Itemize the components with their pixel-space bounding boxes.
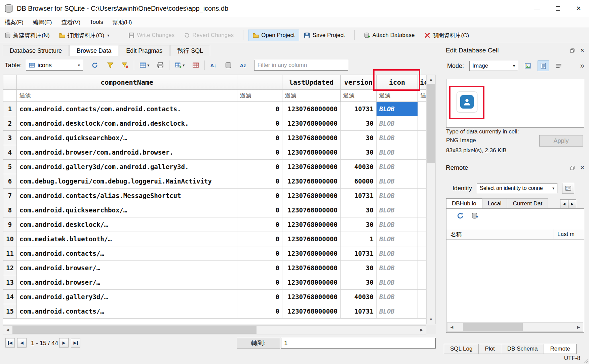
scroll-right-icon[interactable]: ▶ [574, 323, 583, 331]
cell-componentName[interactable]: com.android.contacts/com.android.contact… [17, 102, 237, 116]
previous-page-button[interactable]: ◀ [17, 338, 27, 348]
scroll-left-icon[interactable]: ◀ [447, 323, 456, 331]
row-number[interactable]: 15 [3, 304, 17, 319]
attach-database-button[interactable]: Attach Database [359, 30, 420, 41]
cell-version[interactable]: 30 [341, 116, 377, 131]
tab-remote[interactable]: Remote [544, 344, 577, 354]
cell-icon[interactable]: BLOB [377, 290, 418, 304]
horizontal-scrollbar-thumb[interactable] [12, 326, 257, 334]
cell-lastUpdated[interactable]: 1230768000000 [282, 217, 341, 232]
corner-header[interactable] [3, 75, 17, 90]
row-number[interactable]: 11 [3, 246, 17, 261]
resize-grip[interactable] [584, 359, 588, 363]
clear-conditional-formats-button[interactable] [119, 59, 131, 71]
row-number[interactable]: 6 [3, 174, 17, 189]
cell-componentName[interactable]: com.android.gallery3d/… [17, 290, 237, 304]
sort-order-button[interactable]: A↓ [208, 59, 219, 71]
open-project-button[interactable]: Open Project [248, 30, 299, 41]
import-data-button[interactable] [522, 60, 534, 71]
tab-browse-data[interactable]: Browse Data [70, 45, 118, 56]
close-button[interactable]: ✕ [568, 0, 589, 17]
cell-lastUpdated[interactable]: 1230768000000 [282, 102, 341, 116]
upload-database-button[interactable] [471, 212, 479, 219]
cell-icon[interactable]: BLOB [377, 116, 418, 131]
table-select[interactable]: icons ▾ [26, 60, 83, 71]
remote-column-name[interactable]: 名稱 [446, 229, 553, 239]
column-header-overflow[interactable]: ic [418, 75, 427, 90]
font-case-button[interactable]: Az [237, 59, 249, 71]
remote-horizontal-scrollbar[interactable]: ◀ ▶ [447, 322, 583, 332]
row-number[interactable]: 13 [3, 275, 17, 290]
insert-record-button[interactable]: ▾ [172, 59, 187, 71]
menu-edit[interactable]: 編輯(E) [28, 17, 57, 28]
cell-lastUpdated[interactable]: 1230768000000 [282, 145, 341, 160]
cell-profileId[interactable]: 0 [237, 246, 282, 261]
cell-componentName[interactable]: com.android.browser/… [17, 261, 237, 275]
first-page-button[interactable]: ◀ [5, 338, 15, 348]
database-encoding-button[interactable] [223, 59, 234, 71]
horizontal-scrollbar[interactable]: ◀ ▶ [3, 325, 426, 334]
cell-componentName[interactable]: com.android.browser/com.android.browser. [17, 145, 237, 160]
cell-overflow[interactable] [418, 290, 427, 304]
tab-execute-sql[interactable]: 執行 SQL [170, 45, 210, 56]
apply-button[interactable]: Apply [539, 135, 583, 147]
filter-input[interactable] [254, 60, 348, 71]
row-number[interactable]: 5 [3, 160, 17, 174]
goto-record-input[interactable] [281, 338, 436, 349]
cell-profileId[interactable]: 0 [237, 232, 282, 246]
close-panel-button[interactable]: ✕ [578, 47, 586, 54]
cell-overflow[interactable] [418, 116, 427, 131]
cell-icon[interactable]: BLOB [377, 189, 418, 203]
clear-filters-button[interactable] [105, 59, 116, 71]
filter-overflow[interactable]: 過濾 [418, 90, 427, 102]
tab-scroll-right-button[interactable]: ▶ [568, 199, 576, 208]
cell-icon[interactable]: BLOB [377, 145, 418, 160]
cell-componentName[interactable]: com.android.contacts/… [17, 246, 237, 261]
cell-profileId[interactable]: 0 [237, 304, 282, 319]
menu-tools[interactable]: Tools [85, 17, 108, 28]
row-number[interactable]: 10 [3, 232, 17, 246]
word-wrap-button[interactable] [553, 60, 564, 71]
open-database-button[interactable]: 打開資料庫(O) ▾ [54, 29, 114, 42]
row-number[interactable]: 2 [3, 116, 17, 131]
cell-version[interactable]: 30 [341, 261, 377, 275]
tab-dbhub[interactable]: DBHub.io [446, 198, 482, 209]
row-number[interactable]: 1 [3, 102, 17, 116]
cell-profileId[interactable]: 0 [237, 131, 282, 145]
cell-lastUpdated[interactable]: 1230768000000 [282, 290, 341, 304]
cell-lastUpdated[interactable]: 1230768000000 [282, 116, 341, 131]
menu-help[interactable]: 幫助(H) [108, 17, 137, 28]
cell-version[interactable]: 10731 [341, 102, 377, 116]
cell-componentName[interactable]: com.android.contacts/alias.MessageShortc… [17, 189, 237, 203]
row-number[interactable]: 9 [3, 217, 17, 232]
cell-version[interactable]: 30 [341, 275, 377, 290]
cell-icon[interactable]: BLOB [377, 102, 418, 116]
tab-scroll-left-button[interactable]: ◀ [560, 199, 568, 208]
filter-version[interactable]: 過濾 [341, 90, 377, 102]
filter-icon[interactable]: 過濾 [377, 90, 418, 102]
column-header-profileId[interactable] [237, 75, 282, 90]
cell-lastUpdated[interactable]: 1230768000000 [282, 261, 341, 275]
cell-lastUpdated[interactable]: 1230768000000 [282, 174, 341, 189]
cell-overflow[interactable] [418, 145, 427, 160]
remote-column-modified[interactable]: Last m [553, 229, 584, 239]
cell-version[interactable]: 40030 [341, 160, 377, 174]
cell-lastUpdated[interactable]: 1230768000000 [282, 275, 341, 290]
cell-overflow[interactable] [418, 217, 427, 232]
cell-componentName[interactable]: com.android.gallery3d/com.android.galler… [17, 160, 237, 174]
cell-profileId[interactable]: 0 [237, 145, 282, 160]
cell-icon[interactable]: BLOB [377, 246, 418, 261]
cell-lastUpdated[interactable]: 1230768000000 [282, 304, 341, 319]
filter-componentName[interactable]: 過濾 [17, 90, 237, 102]
cell-profileId[interactable]: 0 [237, 116, 282, 131]
delete-record-button[interactable] [190, 59, 201, 71]
cell-version[interactable]: 30 [341, 145, 377, 160]
tab-plot[interactable]: Plot [478, 344, 501, 354]
new-database-button[interactable]: 新建資料庫(N) [0, 29, 54, 42]
cell-lastUpdated[interactable]: 1230768000000 [282, 232, 341, 246]
cell-version[interactable]: 30 [341, 217, 377, 232]
scroll-right-icon[interactable]: ▶ [417, 326, 426, 334]
cell-icon[interactable]: BLOB [377, 203, 418, 217]
save-project-button[interactable]: Save Project [299, 30, 349, 41]
print-button[interactable] [155, 59, 166, 71]
